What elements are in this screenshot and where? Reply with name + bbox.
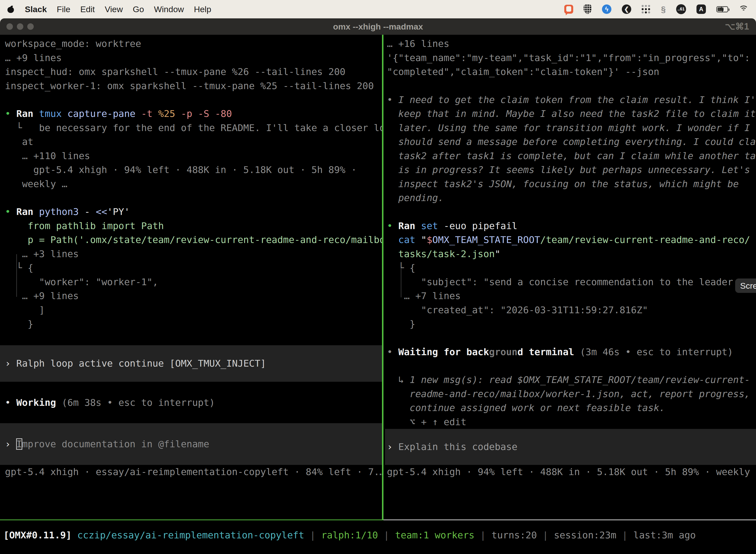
indent-guide — [401, 268, 401, 297]
menu-help[interactable]: Help — [194, 4, 211, 14]
terminal-line: weekly … — [0, 177, 382, 191]
terminal-line: cat "$OMX_TEAM_STATE_ROOT/team/review-cu… — [385, 233, 756, 247]
terminal-line: pending. — [385, 191, 756, 205]
menu-window[interactable]: Window — [154, 4, 184, 14]
macos-menu-bar: Slack File Edit View Go Window Help ϟ ❮ … — [0, 0, 756, 18]
spacer — [0, 331, 382, 345]
spacer — [0, 382, 382, 396]
indent-guide — [16, 254, 17, 297]
terminal-line: inspect_worker-1: omx sparkshell --tmux-… — [0, 79, 382, 93]
battery-icon[interactable]: ϟ — [716, 6, 728, 12]
terminal-line: • Waiting for background terminal (3m 46… — [385, 345, 756, 359]
terminal-line: gpt-5.4 xhigh · 94% left · 488K in · 5.1… — [385, 465, 756, 479]
terminal-line: • I need to get the claim token from the… — [385, 93, 756, 107]
pane-bottom-border-left — [0, 519, 383, 520]
terminal-line: "worker": "worker-1", — [0, 275, 382, 289]
terminal-line: from pathlib import Path — [0, 219, 382, 233]
wifi-icon[interactable] — [739, 5, 749, 13]
terminal-line: › Explain this codebase — [385, 440, 517, 454]
terminal-window[interactable]: workspace_mode: worktree… +9 linesinspec… — [0, 35, 756, 554]
terminal-line: inspect task2's JSON, focusing on the st… — [385, 177, 756, 191]
terminal-line: … +9 lines — [0, 51, 382, 65]
terminal-line: • Ran set -euo pipefail — [385, 219, 756, 233]
terminal-line: } — [0, 317, 382, 331]
terminal-line: … +110 lines — [0, 149, 382, 163]
terminal-line: └ be necessary for the end of the README… — [0, 121, 382, 135]
terminal-line: inspect_hud: omx sparkshell --tmux-pane … — [0, 65, 382, 79]
pane-divider — [382, 35, 383, 520]
terminal-line: gpt-5.4 xhigh · 94% left · 488K in · 5.1… — [0, 163, 382, 177]
window-shortcut-badge: ⌥⌘1 — [725, 18, 749, 35]
pane-bottom-border-right — [383, 519, 756, 520]
terminal-line: at — [0, 135, 382, 149]
terminal-line: task2 after task1 is complete, but can I… — [385, 149, 756, 163]
spacer — [0, 409, 382, 423]
terminal-line: readme-and-reco/mailbox/worker-1.json, a… — [385, 387, 756, 401]
terminal-line: continue assigned work or next feasible … — [385, 401, 756, 415]
terminal-line: "completed","claim_token":"claim-token"}… — [385, 65, 756, 79]
counter-badge-icon[interactable]: ..61 — [676, 4, 686, 14]
spacer — [0, 191, 382, 205]
shield-icon[interactable] — [584, 4, 591, 14]
spacer — [0, 93, 382, 107]
terminal-line: … +7 lines — [385, 289, 756, 303]
screen: Slack File Edit View Go Window Help ϟ ❮ … — [0, 0, 756, 554]
terminal-line: … +16 lines — [385, 37, 756, 51]
terminal-line: workspace_mode: worktree — [0, 37, 382, 51]
terminal-line: … +3 lines — [0, 247, 382, 261]
spacer — [385, 331, 756, 345]
terminal-line: ] — [0, 303, 382, 317]
spacer — [385, 205, 756, 219]
chevron-circle-icon[interactable]: ❮ — [622, 4, 631, 14]
terminal-line: [OMX#0.11.9] cczip/essay/ai-reimplementa… — [0, 528, 756, 542]
terminal-line: • Working (6m 38s • esc to interrupt) — [0, 396, 382, 410]
prompt-input-left[interactable]: › Improve documentation in @filename — [0, 423, 382, 465]
menu-app-name[interactable]: Slack — [25, 4, 47, 14]
spacer — [385, 359, 756, 373]
terminal-line: "subject": "send a concise recommendatio… — [385, 275, 756, 289]
terminal-line: is in progress? It seems likely but perh… — [385, 163, 756, 177]
bolt-badge-icon[interactable]: ϟ — [602, 4, 611, 14]
omx-status-line: [OMX#0.11.9] cczip/essay/ai-reimplementa… — [0, 528, 756, 542]
chat-app-icon[interactable] — [564, 5, 573, 14]
terminal-line: └ { — [0, 261, 382, 275]
terminal-line: keep that in mind. Maybe I also need the… — [385, 107, 756, 121]
terminal-line: ⌥ + ↑ edit — [385, 415, 756, 429]
menu-file[interactable]: File — [57, 4, 70, 14]
terminal-line: later. Using the same for transition mig… — [385, 121, 756, 135]
terminal-line: └ { — [385, 261, 756, 275]
terminal-line: p = Path('.omx/state/team/review-current… — [0, 233, 382, 247]
terminal-line: "created_at": "2026-03-31T11:59:27.816Z" — [385, 303, 756, 317]
hook-icon[interactable]: § — [661, 4, 666, 14]
window-title-bar[interactable]: omx --xhigh --madmax ⌥⌘1 — [0, 18, 756, 35]
terminal-line: • Ran python3 - <<'PY' — [0, 205, 382, 219]
terminal-line: › Improve documentation in @filename — [0, 437, 209, 451]
terminal-line: … +9 lines — [0, 289, 382, 303]
terminal-line: '{"team_name":"my-team","task_id":"1","f… — [385, 51, 756, 65]
ralph-loop-banner[interactable]: › Ralph loop active continue [OMX_TMUX_I… — [0, 345, 382, 382]
dots-grid-icon[interactable] — [642, 5, 650, 14]
menu-view[interactable]: View — [105, 4, 123, 14]
menu-go[interactable]: Go — [133, 4, 144, 14]
menu-status-icons: ϟ ❮ § ..61 A ϟ — [564, 4, 749, 14]
terminal-line: › Ralph loop active continue [OMX_TMUX_I… — [0, 356, 266, 371]
screen-tooltip: Scre — [735, 278, 756, 293]
terminal-line: } — [385, 317, 756, 331]
terminal-line: • Ran tmux capture-pane -t %25 -p -S -80 — [0, 107, 382, 121]
terminal-line: should send a message before completing … — [385, 135, 756, 149]
pane-leader[interactable]: workspace_mode: worktree… +9 linesinspec… — [0, 35, 382, 519]
terminal-line: ↳ 1 new msg(s): read $OMX_TEAM_STATE_ROO… — [385, 373, 756, 387]
letter-a-icon[interactable]: A — [696, 4, 706, 14]
terminal-line: tasks/task-2.json" — [385, 247, 756, 261]
window-title: omx --xhigh --madmax — [0, 18, 756, 35]
apple-menu-icon[interactable] — [7, 5, 14, 13]
spacer — [385, 79, 756, 93]
menu-edit[interactable]: Edit — [80, 4, 95, 14]
prompt-input-right[interactable]: › Explain this codebase — [385, 429, 756, 465]
terminal-line: gpt-5.4 xhigh · essay/ai-reimplementatio… — [0, 465, 382, 479]
pane-worker[interactable]: … +16 lines'{"team_name":"my-team","task… — [385, 35, 756, 519]
